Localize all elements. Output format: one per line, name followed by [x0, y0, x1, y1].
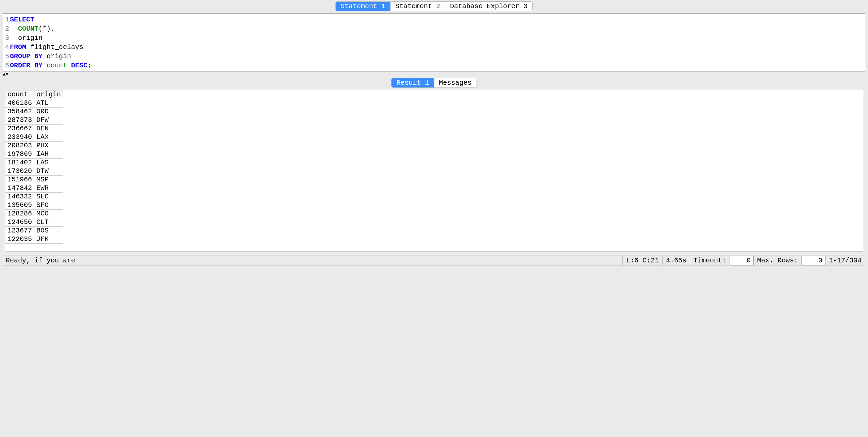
code-line[interactable]: GROUP BY origin [10, 52, 91, 61]
cell-count[interactable]: 146332 [5, 193, 34, 201]
code-line[interactable]: SELECT [10, 15, 91, 24]
line-number: 1 [5, 15, 9, 24]
cell-origin[interactable]: IAH [34, 150, 63, 159]
timeout-label: Timeout: [690, 256, 730, 265]
result-tab-result-1[interactable]: Result 1 [391, 78, 434, 87]
line-number: 6 [5, 61, 9, 70]
cell-origin[interactable]: MSP [34, 176, 63, 184]
table-row[interactable]: 128286MCO [5, 210, 63, 218]
cell-count[interactable]: 147842 [5, 184, 34, 193]
cell-origin[interactable]: EWR [34, 184, 63, 193]
cell-origin[interactable]: JFK [34, 235, 63, 244]
table-row[interactable]: 173020DTW [5, 167, 63, 176]
table-row[interactable]: 287373DFW [5, 116, 63, 125]
table-row[interactable]: 135609SFO [5, 201, 63, 210]
table-row[interactable]: 197869IAH [5, 150, 63, 159]
table-row[interactable]: 123677BOS [5, 227, 63, 235]
table-row[interactable]: 147842EWR [5, 184, 63, 193]
tab-statement-2[interactable]: Statement 2 [390, 2, 445, 11]
column-header-origin[interactable]: origin [34, 91, 63, 99]
table-row[interactable]: 208203PHX [5, 142, 63, 150]
table-row[interactable]: 122035JFK [5, 235, 63, 244]
line-number: 4 [5, 43, 9, 52]
result-scroll[interactable]: countorigin 406136ATL358462ORD287373DFW2… [5, 90, 863, 252]
cell-count[interactable]: 135609 [5, 201, 34, 210]
row-range: 1-17/304 [825, 256, 865, 265]
code-line[interactable]: origin [10, 33, 91, 43]
timeout-input[interactable]: 0 [730, 256, 754, 265]
maxrows-label: Max. Rows: [754, 256, 802, 265]
table-row[interactable]: 236667DEN [5, 125, 63, 133]
maxrows-input[interactable]: 0 [802, 256, 825, 265]
cell-origin[interactable]: PHX [34, 142, 63, 150]
code-area[interactable]: SELECT COUNT(*), originFROM flight_delay… [10, 14, 94, 71]
cell-count[interactable]: 151966 [5, 176, 34, 184]
cell-count[interactable]: 124650 [5, 218, 34, 227]
cell-count[interactable]: 173020 [5, 167, 34, 176]
table-row[interactable]: 151966MSP [5, 176, 63, 184]
cell-origin[interactable]: LAX [34, 133, 63, 142]
result-panel: countorigin 406136ATL358462ORD287373DFW2… [5, 90, 863, 252]
cell-origin[interactable]: CLT [34, 218, 63, 227]
result-tab-bar: Result 1Messages [0, 77, 868, 90]
cell-origin[interactable]: SLC [34, 193, 63, 201]
top-tab-bar: Statement 1Statement 2Database Explorer … [0, 0, 868, 13]
cell-count[interactable]: 208203 [5, 142, 34, 150]
code-line[interactable]: FROM flight_delays [10, 43, 91, 52]
cell-origin[interactable]: SFO [34, 201, 63, 210]
code-line[interactable]: ORDER BY count DESC; [10, 61, 91, 70]
cell-origin[interactable]: BOS [34, 227, 63, 235]
cell-origin[interactable]: MCO [34, 210, 63, 218]
table-row[interactable]: 146332SLC [5, 193, 63, 201]
tab-statement-1[interactable]: Statement 1 [336, 2, 390, 11]
line-gutter: 123456 [3, 14, 10, 71]
cell-count[interactable]: 406136 [5, 99, 34, 108]
tab-group: Statement 1Statement 2Database Explorer … [335, 1, 533, 11]
cell-count[interactable]: 123677 [5, 227, 34, 235]
cell-origin[interactable]: ATL [34, 99, 63, 108]
cell-count[interactable]: 236667 [5, 125, 34, 133]
cell-count[interactable]: 233940 [5, 133, 34, 142]
line-number: 2 [5, 24, 9, 33]
cell-origin[interactable]: DTW [34, 167, 63, 176]
status-bar: Ready, if you are L:6 C:21 4.65s Timeout… [0, 254, 868, 267]
line-number: 3 [5, 33, 9, 43]
status-message: Ready, if you are [3, 256, 623, 265]
tab-database-explorer-3[interactable]: Database Explorer 3 [445, 2, 532, 11]
result-tab-messages[interactable]: Messages [434, 78, 477, 87]
result-table[interactable]: countorigin 406136ATL358462ORD287373DFW2… [5, 90, 63, 244]
sql-editor[interactable]: 123456 SELECT COUNT(*), originFROM fligh… [3, 14, 865, 71]
table-row[interactable]: 124650CLT [5, 218, 63, 227]
code-line[interactable]: COUNT(*), [10, 24, 91, 33]
cursor-position: L:6 C:21 [623, 256, 663, 265]
cell-origin[interactable]: LAS [34, 159, 63, 167]
cell-count[interactable]: 358462 [5, 108, 34, 116]
table-row[interactable]: 233940LAX [5, 133, 63, 142]
splitter-down-icon[interactable]: ▼ [5, 72, 8, 77]
table-row[interactable]: 358462ORD [5, 108, 63, 116]
cell-count[interactable]: 181402 [5, 159, 34, 167]
cell-origin[interactable]: ORD [34, 108, 63, 116]
cell-origin[interactable]: DEN [34, 125, 63, 133]
cell-count[interactable]: 287373 [5, 116, 34, 125]
app-root: Statement 1Statement 2Database Explorer … [0, 0, 868, 267]
cell-origin[interactable]: DFW [34, 116, 63, 125]
cell-count[interactable]: 197869 [5, 150, 34, 159]
cell-count[interactable]: 128286 [5, 210, 34, 218]
result-tab-group: Result 1Messages [391, 78, 477, 88]
cell-count[interactable]: 122035 [5, 235, 34, 244]
splitter-up-icon[interactable]: ▲ [3, 72, 5, 77]
pane-splitter[interactable]: ▲▼ [0, 72, 868, 77]
elapsed-time: 4.65s [663, 256, 690, 265]
table-row[interactable]: 406136ATL [5, 99, 63, 108]
line-number: 5 [5, 52, 9, 61]
editor-panel: 123456 SELECT COUNT(*), originFROM fligh… [3, 13, 865, 72]
table-row[interactable]: 181402LAS [5, 159, 63, 167]
column-header-count[interactable]: count [5, 91, 34, 99]
